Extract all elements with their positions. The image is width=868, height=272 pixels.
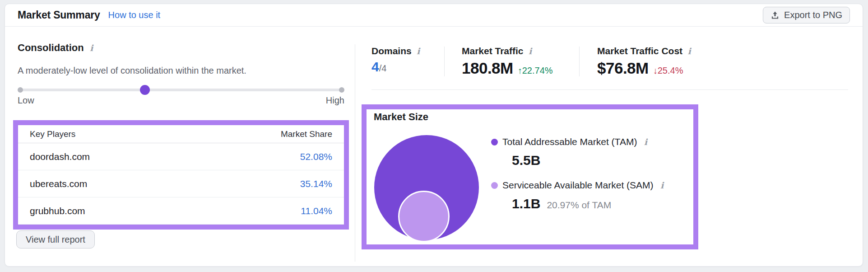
slider-labels: Low High	[18, 95, 344, 106]
tam-value: 5.5B	[512, 153, 540, 168]
tam-legend-row: Total Addressable Market (TAM)	[491, 136, 648, 147]
market-size-panel: Market Size Total Addressable Market (TA…	[362, 104, 698, 249]
view-full-report-button[interactable]: View full report	[16, 230, 95, 249]
sam-bubble[interactable]	[398, 191, 450, 242]
sam-legend-row: Serviceable Available Market (SAM)	[491, 180, 664, 191]
col-market-share: Market Share	[281, 129, 332, 139]
cost-delta-badge: ↓25.4%	[653, 66, 683, 76]
table-row: ubereats.com 35.14%	[18, 170, 344, 197]
slider-low-label: Low	[18, 95, 34, 106]
consolidation-description: A moderately-low level of consolidation …	[18, 66, 246, 76]
domain-cell: grubhub.com	[30, 206, 85, 216]
sam-pct-of-tam: 20.97% of TAM	[547, 200, 611, 211]
market-summary-screen: Market Summary How to use it Export to P…	[0, 0, 868, 272]
sam-label: Serviceable Available Market (SAM)	[502, 180, 654, 191]
slider-end-dot	[339, 87, 344, 93]
share-cell[interactable]: 35.14%	[300, 178, 332, 189]
page-title: Market Summary	[18, 9, 100, 21]
stat-cost-value-row: $76.8M ↓25.4%	[597, 59, 692, 77]
sam-value: 1.1B	[512, 196, 540, 211]
stat-traffic-label-row: Market Traffic	[462, 46, 553, 56]
table-row: grubhub.com 11.04%	[18, 197, 344, 225]
stat-domains-label: Domains	[371, 46, 412, 56]
stat-divider	[444, 47, 445, 76]
slider-thumb[interactable]	[140, 85, 150, 95]
stat-cost-label-row: Market Traffic Cost	[597, 46, 692, 56]
consolidation-info-icon[interactable]	[89, 44, 94, 52]
tam-label: Total Addressable Market (TAM)	[502, 136, 637, 147]
how-to-use-link[interactable]: How to use it	[108, 10, 161, 20]
stat-domains-label-row: Domains	[371, 46, 421, 56]
traffic-info-icon[interactable]	[528, 47, 533, 56]
consolidation-title: Consolidation	[18, 42, 94, 54]
market-summary-card: Market Summary How to use it Export to P…	[5, 4, 863, 267]
export-icon	[771, 11, 780, 20]
stat-traffic-value-row: 180.8M ↑22.74%	[462, 59, 553, 77]
stats-divider	[371, 89, 848, 90]
cost-value: $76.8M	[597, 59, 649, 77]
key-players-header-row: Key Players Market Share	[18, 125, 344, 143]
key-players-table: Key Players Market Share doordash.com 52…	[13, 120, 349, 230]
share-cell[interactable]: 52.08%	[300, 151, 332, 162]
stat-domains: Domains 4 /4	[371, 46, 421, 75]
stat-domains-value-row: 4 /4	[371, 59, 421, 75]
consolidation-title-text: Consolidation	[18, 42, 84, 54]
table-row: doordash.com 52.08%	[18, 143, 344, 170]
export-button-label: Export to PNG	[784, 10, 842, 20]
stat-cost-label: Market Traffic Cost	[597, 46, 682, 56]
stat-divider	[579, 47, 580, 76]
domain-cell: ubereats.com	[30, 178, 87, 189]
domain-cell: doordash.com	[30, 151, 90, 162]
domains-suffix: /4	[379, 63, 387, 74]
cost-info-icon[interactable]	[687, 47, 692, 56]
tam-info-icon[interactable]	[643, 138, 648, 146]
slider-high-label: High	[326, 95, 344, 106]
stat-market-traffic-cost: Market Traffic Cost $76.8M ↓25.4%	[597, 46, 692, 77]
slider-track[interactable]	[20, 89, 342, 91]
market-size-title: Market Size	[374, 111, 428, 123]
card-header: Market Summary How to use it Export to P…	[5, 4, 863, 27]
traffic-delta-badge: ↑22.74%	[518, 66, 553, 76]
sam-dot-icon	[491, 182, 498, 189]
export-to-png-button[interactable]: Export to PNG	[763, 7, 850, 23]
tam-dot-icon	[491, 139, 498, 145]
stat-market-traffic: Market Traffic 180.8M ↑22.74%	[462, 46, 553, 77]
sam-info-icon[interactable]	[660, 181, 664, 190]
col-key-players: Key Players	[30, 129, 75, 139]
sam-value-row: 1.1B 20.97% of TAM	[512, 196, 611, 211]
column-divider	[355, 44, 355, 262]
slider-start-dot	[18, 87, 23, 93]
share-cell[interactable]: 11.04%	[301, 206, 332, 216]
domains-info-icon[interactable]	[416, 47, 421, 56]
domains-value: 4	[371, 59, 379, 75]
stat-traffic-label: Market Traffic	[462, 46, 524, 56]
consolidation-slider[interactable]	[18, 84, 344, 95]
traffic-value: 180.8M	[462, 59, 513, 77]
